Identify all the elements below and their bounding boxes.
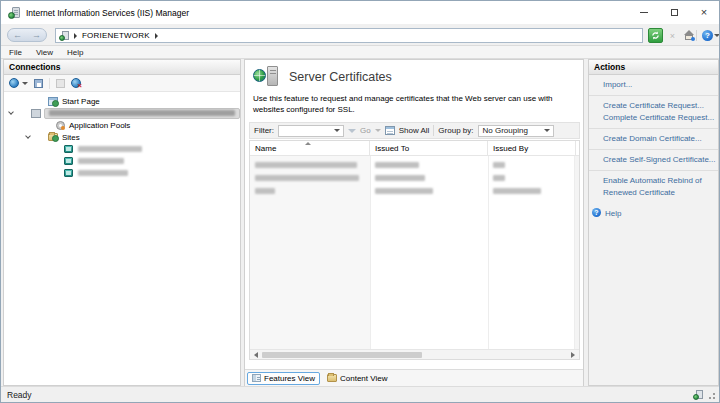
tree-item-application-pools[interactable]: Application Pools: [4, 119, 240, 131]
minimize-button[interactable]: [629, 1, 659, 24]
forward-button[interactable]: →: [32, 31, 41, 40]
refresh-icon: [651, 31, 660, 40]
home-button[interactable]: [681, 28, 696, 43]
action-group: Enable Automatic Rebind of Renewed Certi…: [589, 171, 718, 203]
up-level-icon[interactable]: [56, 79, 65, 88]
tree-item-site[interactable]: [4, 143, 240, 155]
filter-dropdown-icon[interactable]: [334, 129, 340, 132]
stop-icon: ×: [670, 31, 675, 41]
action-group: Import...: [589, 75, 718, 96]
show-all-button[interactable]: Show All: [399, 126, 430, 135]
expand-chevron-icon[interactable]: [25, 133, 31, 139]
group-by-label: Group by:: [438, 126, 473, 135]
window-controls: ×: [629, 1, 719, 24]
site-icon: [64, 145, 73, 153]
scroll-left-icon[interactable]: [254, 352, 258, 358]
help-dropdown-icon[interactable]: [714, 34, 720, 37]
site-icon: [64, 157, 73, 165]
back-button[interactable]: ←: [13, 31, 22, 40]
filter-input[interactable]: [278, 125, 344, 137]
table-row[interactable]: [250, 185, 579, 196]
group-by-dropdown-icon[interactable]: [544, 129, 550, 132]
action-complete-certificate-request[interactable]: Complete Certificate Request...: [603, 112, 716, 124]
column-label: Issued To: [375, 144, 409, 153]
maximize-button[interactable]: [659, 1, 689, 24]
iis-status-icon: [693, 390, 703, 400]
redacted-site-name: [78, 170, 128, 176]
certificates-list: Name Issued To Issued By: [249, 140, 580, 360]
server-icon: [59, 31, 69, 41]
table-row[interactable]: [250, 159, 579, 170]
menu-file[interactable]: File: [9, 48, 22, 57]
help-icon: ?: [592, 208, 601, 217]
application-pools-icon: [56, 121, 65, 130]
action-create-self-signed-certificate[interactable]: Create Self-Signed Certificate...: [603, 154, 716, 166]
menu-view[interactable]: View: [36, 48, 53, 57]
horizontal-scrollbar[interactable]: [250, 349, 579, 359]
actions-panel: Actions Import... Create Certificate Req…: [588, 59, 719, 386]
redacted-cell: [255, 162, 357, 168]
redacted-cell: [375, 162, 419, 168]
save-connections-icon[interactable]: [34, 79, 43, 88]
tree-item-site[interactable]: [4, 155, 240, 167]
server-node-icon: [31, 109, 41, 118]
group-by-value: No Grouping: [483, 126, 528, 135]
start-page-icon: [48, 97, 58, 106]
breadcrumb-server[interactable]: FORIENETWORK: [82, 31, 150, 40]
tree-item-site[interactable]: [4, 167, 240, 179]
toolbar-separator: [696, 30, 697, 41]
redacted-site-name: [78, 158, 124, 164]
address-bar: ← → FORIENETWORK × ?: [1, 24, 719, 46]
scroll-thumb[interactable]: [262, 352, 422, 358]
stop-button[interactable]: ×: [665, 28, 680, 43]
redacted-cell: [255, 188, 275, 194]
help-button[interactable]: ?: [700, 28, 715, 43]
help-icon: ?: [702, 30, 713, 41]
action-create-domain-certificate[interactable]: Create Domain Certificate...: [603, 133, 716, 145]
action-help[interactable]: Help: [605, 208, 621, 220]
window-title: Internet Information Services (IIS) Mana…: [26, 8, 189, 18]
selected-server-highlight: [44, 108, 240, 119]
action-help-row: ? Help: [589, 203, 718, 224]
disconnect-icon[interactable]: [71, 78, 81, 88]
tree-label: Sites: [62, 133, 80, 142]
menu-help[interactable]: Help: [67, 48, 83, 57]
tab-features-view[interactable]: Features View: [247, 372, 320, 385]
action-import[interactable]: Import...: [603, 79, 716, 91]
connections-tree: Start Page Application Pools Sites: [4, 92, 240, 179]
status-bar: Ready: [1, 386, 719, 402]
tree-item-server[interactable]: [4, 107, 240, 119]
action-create-certificate-request[interactable]: Create Certificate Request...: [603, 100, 716, 112]
minimize-icon: [640, 12, 648, 13]
go-dropdown-icon[interactable]: [375, 129, 381, 132]
go-button[interactable]: Go: [360, 126, 371, 135]
group-by-select[interactable]: No Grouping: [478, 125, 554, 137]
close-button[interactable]: ×: [689, 1, 719, 24]
home-icon: [683, 30, 695, 41]
tab-content-view[interactable]: Content View: [323, 372, 391, 385]
site-icon: [64, 169, 73, 177]
breadcrumb-box[interactable]: FORIENETWORK: [55, 28, 643, 43]
connect-dropdown-icon[interactable]: [22, 82, 28, 85]
action-enable-automatic-rebind[interactable]: Enable Automatic Rebind of Renewed Certi…: [603, 175, 716, 199]
resize-grip[interactable]: [707, 391, 715, 399]
scroll-right-icon[interactable]: [571, 352, 575, 358]
refresh-button[interactable]: [648, 28, 663, 43]
tree-item-sites[interactable]: Sites: [4, 131, 240, 143]
page-title: Server Certificates: [289, 70, 392, 84]
expand-chevron-icon[interactable]: [8, 109, 14, 115]
filter-label: Filter:: [254, 126, 274, 135]
column-header-issued-to[interactable]: Issued To: [370, 141, 488, 155]
content-view-icon: [327, 374, 337, 382]
menu-bar: File View Help: [1, 46, 719, 59]
table-row[interactable]: [250, 172, 579, 183]
tree-label: Start Page: [62, 97, 100, 106]
vertical-scrollbar[interactable]: [574, 156, 579, 349]
redacted-cell: [375, 175, 425, 181]
column-header-name[interactable]: Name: [250, 141, 370, 155]
breadcrumb-arrow-icon[interactable]: [155, 33, 158, 39]
connect-server-icon[interactable]: [9, 78, 19, 88]
breadcrumb-arrow-icon[interactable]: [74, 33, 77, 39]
column-header-issued-by[interactable]: Issued By: [488, 141, 576, 155]
tree-item-start-page[interactable]: Start Page: [4, 95, 240, 107]
